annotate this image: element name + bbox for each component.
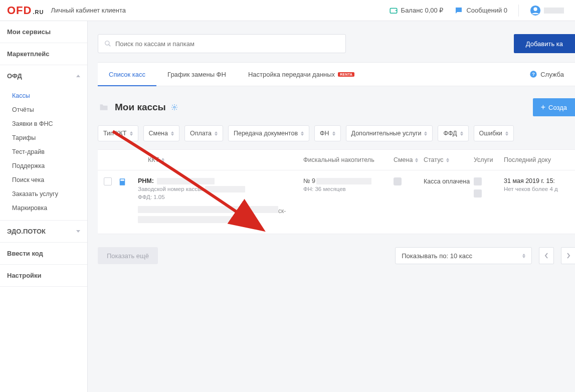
fn-redacted (316, 178, 371, 184)
chevron-up-icon (76, 75, 80, 77)
section-title-row: Мои кассы + Созда (98, 98, 575, 116)
logo-main: OFD (7, 4, 32, 17)
messages-widget[interactable]: Сообщений 0 (454, 6, 507, 15)
svg-text:?: ? (532, 72, 535, 77)
balance-text: Баланс 0,00 ₽ (401, 7, 444, 14)
help-link[interactable]: ? Служба (518, 63, 575, 86)
filter-extra-services[interactable]: Дополнительные услуги (346, 125, 433, 141)
nav-settings[interactable]: Настройки (0, 265, 87, 286)
address2-redacted (138, 216, 238, 223)
nav-marketplace[interactable]: Маркетплейс (0, 43, 87, 65)
nav-ofd[interactable]: ОФД (0, 65, 87, 87)
show-more-button[interactable]: Показать ещё (98, 247, 158, 264)
search-row: Добавить ка (88, 21, 575, 62)
row-checkbox[interactable] (104, 177, 112, 185)
shift-status-icon (394, 177, 402, 185)
last-doc-note: Нет чеков более 4 д (504, 186, 575, 192)
th-services: Услуги (474, 156, 504, 163)
user-menu[interactable] (530, 5, 564, 16)
sort-icon (424, 131, 427, 136)
last-doc-date: 31 мая 2019 г. 15: (504, 177, 575, 184)
pager-next[interactable] (561, 247, 575, 264)
tab-data-transfer[interactable]: Настройка передачи данныхRENTA (237, 63, 365, 86)
nav-item-marking[interactable]: Маркировка (0, 201, 87, 215)
tab-list[interactable]: Список касс (98, 63, 156, 86)
nav-item-testdrive[interactable]: Тест-драйв (0, 145, 87, 159)
th-lastdoc: Последний доку (504, 156, 575, 163)
kkt-icon (118, 177, 138, 188)
sort-icon (161, 158, 164, 162)
tab-fn-schedule[interactable]: График замены ФН (156, 63, 237, 86)
table-row[interactable]: РНМ: Заводской номер кассы: ФФД: 1.05 ск… (98, 170, 575, 234)
ffd-line: ФФД: 1.05 (138, 194, 303, 200)
svg-rect-8 (120, 179, 124, 181)
th-fn: Фискальный накопитель (303, 156, 394, 163)
nav-item-reports[interactable]: Отчёты (0, 103, 87, 117)
page-size-select[interactable]: Показывать по: 10 касс (395, 247, 532, 264)
search-icon (104, 40, 111, 47)
service-icon-1 (474, 177, 482, 185)
status-text: Касса оплачена (424, 177, 474, 186)
th-shift[interactable]: Смена (394, 156, 424, 163)
nav-enter-code[interactable]: Ввести код (0, 243, 87, 264)
filter-ffd[interactable]: ФФД (438, 125, 468, 141)
nav-item-kassy[interactable]: Кассы (0, 89, 87, 103)
filter-shift[interactable]: Смена (143, 125, 179, 141)
pager-prev[interactable] (539, 247, 554, 264)
fn-term: ФН: 36 месяцев (303, 186, 394, 192)
address-redacted (138, 206, 278, 213)
th-kkt[interactable]: ККТ (138, 156, 303, 163)
filter-payment[interactable]: Оплата (184, 125, 223, 141)
logo[interactable]: OFD .RU (7, 4, 44, 17)
filters-row: Тип ККТ Смена Оплата Передача документов… (98, 125, 575, 141)
wallet-icon (389, 6, 398, 15)
filter-doc-transfer[interactable]: Передача документов (228, 125, 309, 141)
page-size-label: Показывать по: 10 касс (402, 252, 472, 260)
logo-ru: .RU (33, 9, 44, 15)
header: OFD .RU Личный кабинет клиента Баланс 0,… (0, 0, 575, 21)
sort-icon (332, 131, 335, 136)
sort-icon (171, 131, 174, 136)
sort-icon (505, 131, 508, 136)
rnm-redacted (157, 178, 215, 184)
plus-icon: + (541, 103, 545, 112)
filter-errors[interactable]: Ошибки (474, 125, 514, 141)
user-name-redacted (544, 8, 564, 14)
sidebar: Мои сервисы Маркетплейс ОФД Кассы Отчёты… (0, 21, 88, 392)
sort-icon (130, 131, 133, 136)
message-icon (454, 6, 463, 15)
table-header: ККТ Фискальный накопитель Смена Статус У… (98, 149, 575, 170)
filter-fn[interactable]: ФН (314, 125, 341, 141)
nav-item-receipt-search[interactable]: Поиск чека (0, 173, 87, 187)
nav-edo[interactable]: ЭДО.ПОТОК (0, 221, 87, 242)
table-footer: Показать ещё Показывать по: 10 касс (98, 247, 575, 264)
filter-kkt-type[interactable]: Тип ККТ (98, 125, 138, 141)
create-button[interactable]: + Созда (533, 98, 575, 116)
search-input[interactable] (115, 40, 339, 48)
service-icon-2 (474, 189, 482, 198)
chevron-left-icon (544, 253, 548, 259)
tabs-bar: Список касс График замены ФН Настройка п… (98, 62, 575, 86)
sort-icon (522, 254, 525, 258)
gear-icon[interactable] (171, 104, 178, 111)
svg-point-2 (533, 7, 537, 11)
th-status[interactable]: Статус (424, 156, 474, 163)
svg-point-3 (105, 41, 109, 45)
fn-number: № 9 (303, 177, 315, 184)
help-icon: ? (529, 70, 537, 78)
add-cash-button[interactable]: Добавить ка (514, 34, 575, 53)
nav-item-order-service[interactable]: Заказать услугу (0, 187, 87, 201)
search-box[interactable] (98, 34, 346, 53)
nav-item-tariffs[interactable]: Тарифы (0, 131, 87, 145)
serial-label: Заводской номер кассы: (138, 186, 203, 192)
svg-point-6 (173, 106, 175, 108)
avatar-icon (530, 5, 541, 16)
folder-icon (98, 102, 110, 112)
nav-my-services[interactable]: Мои сервисы (0, 21, 87, 43)
nav-item-support[interactable]: Поддержка (0, 159, 87, 173)
messages-text: Сообщений 0 (466, 7, 507, 14)
main-content: Добавить ка Список касс График замены ФН… (88, 21, 575, 392)
balance-widget[interactable]: Баланс 0,00 ₽ (389, 6, 444, 15)
nav-item-fns[interactable]: Заявки в ФНС (0, 117, 87, 131)
sort-icon (215, 131, 218, 136)
